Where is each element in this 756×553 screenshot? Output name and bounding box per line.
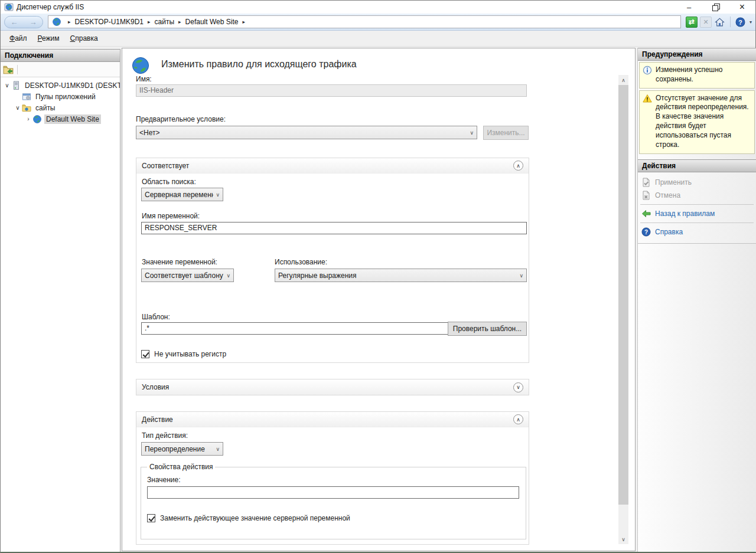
refresh-button[interactable]: ⇄	[686, 17, 698, 28]
scroll-up-button[interactable]: ∧	[618, 75, 628, 85]
tree-item-label: Пулы приложений	[34, 92, 97, 102]
apply-action: Применить	[638, 176, 756, 189]
help-icon: ?	[641, 227, 651, 237]
collapse-section-button[interactable]: ∧	[513, 161, 523, 171]
replace-value-checkbox[interactable]	[147, 514, 155, 522]
expand-section-button[interactable]: ∨	[513, 382, 523, 392]
match-section-header[interactable]: Соответствует ∧	[136, 158, 529, 174]
variable-value-select[interactable]: Соответствует шаблону ∨	[141, 269, 234, 282]
using-select[interactable]: Регулярные выражения ∨	[275, 269, 527, 282]
variable-name-label: Имя переменной:	[142, 212, 200, 220]
tree-collapsed-icon[interactable]: ›	[24, 116, 32, 122]
variable-value-label: Значение переменной:	[142, 258, 217, 266]
minimize-icon: –	[687, 3, 691, 12]
name-label: Имя:	[136, 75, 152, 83]
breadcrumb[interactable]: ▸ DESKTOP-U1MK9D1 ▸ сайты ▸ Default Web …	[48, 15, 681, 28]
help-link[interactable]: ? Справка	[638, 225, 756, 238]
actions-separator	[640, 204, 754, 205]
breadcrumb-item-sites[interactable]: сайты	[155, 18, 175, 26]
tree-item-label: сайты	[34, 103, 57, 113]
back-arrow-icon	[641, 209, 651, 218]
toolbar-separator	[730, 17, 731, 27]
close-button[interactable]: ×	[729, 1, 755, 14]
forward-icon[interactable]: →	[30, 18, 37, 26]
iis-app-icon	[4, 2, 14, 12]
apply-label: Применить	[655, 178, 692, 186]
ignore-case-label: Не учитывать регистр	[154, 350, 226, 358]
actions-list: Применить Отмена Назад к правилам	[638, 172, 756, 244]
refresh-icon: ⇄	[689, 18, 695, 26]
breadcrumb-item-server[interactable]: DESKTOP-U1MK9D1	[75, 18, 144, 26]
scrollbar-thumb[interactable]	[618, 85, 628, 505]
title-bar: Диспетчер служб IIS – ×	[1, 1, 755, 14]
window-title: Диспетчер служб IIS	[17, 3, 84, 11]
collapse-section-button[interactable]: ∧	[513, 414, 523, 424]
back-to-rules-label: Назад к правилам	[655, 210, 715, 218]
action-properties-group: Свойства действия Значение: Заменить дей…	[141, 463, 526, 539]
server-icon	[11, 81, 21, 90]
scroll-down-button[interactable]: ∨	[618, 534, 628, 544]
help-dropdown-icon[interactable]: ▾	[750, 19, 752, 25]
conditions-section-header[interactable]: Условия ∨	[136, 379, 529, 395]
back-icon[interactable]: ←	[11, 18, 18, 26]
pattern-input[interactable]: .*	[141, 322, 448, 335]
minimize-button[interactable]: –	[676, 1, 702, 14]
tree-item-sites[interactable]: ∨ сайты	[1, 102, 120, 113]
info-icon	[643, 66, 652, 75]
tree-item-default-web-site[interactable]: › Default Web Site	[1, 113, 120, 125]
precondition-select[interactable]: <Нет> ∨	[136, 126, 477, 139]
tree-expanded-icon[interactable]: ∨	[14, 104, 22, 111]
address-bar-tools: ⇄ ✕ ? ▾	[686, 17, 752, 28]
replace-value-row[interactable]: Заменить действующее значение серверной …	[147, 514, 521, 522]
action-section-title: Действие	[142, 415, 173, 424]
sites-folder-icon	[22, 103, 31, 113]
restore-button[interactable]	[702, 1, 729, 14]
breadcrumb-arrow-icon[interactable]: ▸	[178, 19, 181, 25]
home-button[interactable]	[714, 17, 726, 28]
edit-precondition-button: Изменить...	[483, 126, 529, 140]
breadcrumb-item-site[interactable]: Default Web Site	[185, 18, 239, 26]
info-alert: Изменения успешно сохранены.	[639, 62, 755, 89]
ignore-case-row[interactable]: Не учитывать регистр	[141, 350, 226, 358]
chevron-up-icon: ∧	[516, 163, 520, 169]
action-type-select[interactable]: Переопределение ∨	[141, 442, 223, 456]
replace-value-label: Заменить действующее значение серверной …	[160, 514, 350, 522]
menu-view[interactable]: Режим	[32, 32, 65, 45]
help-button[interactable]: ?	[735, 17, 747, 28]
back-to-rules-link[interactable]: Назад к правилам	[638, 207, 756, 220]
save-connection-icon[interactable]	[3, 64, 14, 75]
menu-file[interactable]: Файл	[4, 32, 32, 45]
chevron-down-icon: ∨	[216, 446, 220, 452]
svg-text:?: ?	[739, 18, 742, 25]
stop-icon: ✕	[703, 18, 708, 26]
cancel-icon	[641, 191, 651, 200]
using-value: Регулярные выражения	[278, 271, 517, 280]
test-pattern-button[interactable]: Проверить шаблон...	[448, 322, 527, 336]
scope-select[interactable]: Серверная переменн ∨	[141, 188, 223, 201]
content-scrollbar[interactable]: ∧ ∨	[618, 75, 628, 544]
action-value-label: Значение:	[147, 476, 521, 484]
breadcrumb-arrow-icon[interactable]: ▸	[242, 19, 245, 25]
chevron-down-icon: ∨	[516, 384, 520, 390]
apply-icon	[641, 178, 651, 187]
actions-separator	[640, 222, 754, 223]
warnings-list: Изменения успешно сохранены. Отсутствует…	[638, 61, 756, 159]
breadcrumb-arrow-icon[interactable]: ▸	[148, 19, 151, 25]
tree-expanded-icon[interactable]: ∨	[3, 82, 11, 89]
action-section-header[interactable]: Действие ∧	[136, 412, 529, 427]
tree-item-server[interactable]: ∨ DESKTOP-U1MK9D1 (DESKTOP	[1, 80, 120, 91]
variable-value-value: Соответствует шаблону	[145, 271, 224, 280]
menu-help[interactable]: Справка	[65, 32, 103, 45]
workspace: Подключения ∨ DE	[1, 47, 755, 552]
ignore-case-checkbox[interactable]	[141, 350, 149, 358]
chevron-up-icon: ∧	[516, 417, 520, 423]
warnings-header: Предупреждения	[638, 48, 756, 61]
window-controls: – ×	[676, 1, 755, 14]
tree-item-app-pools[interactable]: Пулы приложений	[1, 91, 120, 102]
action-value-input[interactable]	[147, 486, 519, 499]
connections-toolbar	[1, 62, 120, 77]
toolbar-separator	[17, 65, 18, 74]
variable-name-input[interactable]: RESPONSE_SERVER	[141, 222, 527, 234]
match-section: Соответствует ∧ Область поиска: Серверна…	[136, 158, 529, 363]
actions-header: Действия	[638, 159, 756, 172]
